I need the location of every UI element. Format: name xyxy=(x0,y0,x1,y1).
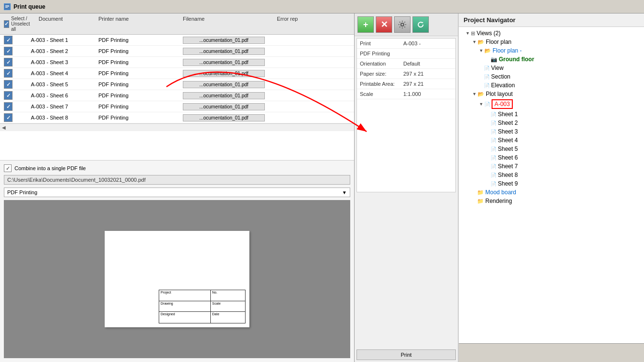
tree-label-13: Sheet 5 xyxy=(498,146,518,152)
row-checkbox-5[interactable]: ✓ xyxy=(4,91,13,100)
doc-cell-0: A-003 - Sheet 1 xyxy=(29,36,96,44)
filename-btn-5[interactable]: ...ocumentation_01.pdf xyxy=(183,92,265,99)
tree-item-3[interactable]: 📷Ground floor xyxy=(459,55,644,64)
scroll-left-arrow[interactable]: ◀ xyxy=(2,125,6,130)
row-checkbox-6[interactable]: ✓ xyxy=(4,102,13,111)
tree-label-14: Sheet 6 xyxy=(498,154,518,161)
error-cell-1 xyxy=(275,50,354,52)
scale-label: Scale xyxy=(360,91,403,97)
tree-item-5[interactable]: 📄Section xyxy=(459,72,644,81)
error-cell-6 xyxy=(275,106,354,107)
printer-header: Printer name xyxy=(96,15,181,33)
tree-item-8[interactable]: ▼📄A-003 xyxy=(459,98,644,110)
refresh-button[interactable] xyxy=(412,16,429,33)
doc-cell-5: A-003 - Sheet 6 xyxy=(29,92,96,99)
filename-btn-2[interactable]: ...ocumentation_01.pdf xyxy=(183,59,265,66)
printer-selected: PDF Printing xyxy=(7,189,37,195)
tree-item-15[interactable]: 📄Sheet 7 xyxy=(459,162,644,171)
print-btn-row: Print xyxy=(355,348,458,362)
tree-item-14[interactable]: 📄Sheet 6 xyxy=(459,153,644,162)
table-row[interactable]: ✓ A-003 - Sheet 2 PDF Printing ...ocumen… xyxy=(0,46,354,57)
table-rows: ✓ A-003 - Sheet 1 PDF Printing ...ocumen… xyxy=(0,35,354,123)
combine-checkbox[interactable]: ✓ xyxy=(4,164,12,172)
doc-cell-2: A-003 - Sheet 3 xyxy=(29,58,96,66)
error-cell-0 xyxy=(275,39,354,41)
row-checkbox-7[interactable]: ✓ xyxy=(4,113,13,122)
tree-label-15: Sheet 7 xyxy=(498,163,518,170)
nav-title: Project Navigator xyxy=(459,13,644,27)
tree-item-11[interactable]: 📄Sheet 3 xyxy=(459,127,644,136)
filename-header: Filename xyxy=(181,15,275,33)
dropdown-arrow: ▼ xyxy=(342,190,347,195)
pdf-value xyxy=(403,51,452,56)
scale-value: 1:1.000 xyxy=(403,91,452,97)
tree-item-16[interactable]: 📄Sheet 8 xyxy=(459,171,644,179)
filename-btn-0[interactable]: ...ocumentation_01.pdf xyxy=(183,37,265,44)
settings-button[interactable] xyxy=(394,16,411,33)
tree-label-18: Mood board xyxy=(485,189,516,196)
printer-dropdown[interactable]: PDF Printing ▼ xyxy=(4,188,350,197)
row-checkbox-0[interactable]: ✓ xyxy=(4,36,13,44)
row-checkbox-2[interactable]: ✓ xyxy=(4,58,13,67)
svg-rect-3 xyxy=(5,7,8,8)
print-button[interactable]: Print xyxy=(356,349,456,360)
toolbar-row: + ✕ xyxy=(355,13,458,36)
tree-item-1[interactable]: ▼📂Floor plan xyxy=(459,38,644,46)
tree-item-2[interactable]: ▼📂Floor plan - xyxy=(459,46,644,55)
tree-item-18[interactable]: 📁Mood board xyxy=(459,188,644,197)
tree-label-5: Section xyxy=(491,73,510,80)
tree-label-12: Sheet 4 xyxy=(498,137,518,144)
combine-row: ✓ Combine into a single PDF file xyxy=(4,164,350,172)
tree-item-0[interactable]: ▼⊞Views (2) xyxy=(459,29,644,38)
filename-btn-7[interactable]: ...ocumentation_01.pdf xyxy=(183,114,265,121)
table-row[interactable]: ✓ A-003 - Sheet 6 PDF Printing ...ocumen… xyxy=(0,90,354,101)
printer-cell-4: PDF Printing xyxy=(96,80,181,88)
table-row[interactable]: ✓ A-003 - Sheet 8 PDF Printing ...ocumen… xyxy=(0,112,354,123)
table-row[interactable]: ✓ A-003 - Sheet 3 PDF Printing ...ocumen… xyxy=(0,57,354,68)
filename-btn-3[interactable]: ...ocumentation_01.pdf xyxy=(183,70,265,77)
tree-item-12[interactable]: 📄Sheet 4 xyxy=(459,136,644,145)
row-checkbox-4[interactable]: ✓ xyxy=(4,80,13,89)
error-cell-3 xyxy=(275,72,354,74)
table-row[interactable]: ✓ A-003 - Sheet 5 PDF Printing ...ocumen… xyxy=(0,79,354,90)
error-header: Error rep xyxy=(275,15,354,33)
filename-btn-4[interactable]: ...ocumentation_01.pdf xyxy=(183,81,265,88)
table-row[interactable]: ✓ A-003 - Sheet 1 PDF Printing ...ocumen… xyxy=(0,35,354,46)
tree-item-4[interactable]: 📄View xyxy=(459,64,644,72)
tree-item-10[interactable]: 📄Sheet 2 xyxy=(459,119,644,127)
tree-item-17[interactable]: 📄Sheet 9 xyxy=(459,179,644,188)
select-all-checkbox[interactable]: ✓ xyxy=(4,20,9,28)
tree-label-7: Plot layout xyxy=(486,91,513,97)
tree-item-6[interactable]: 📄Elevation xyxy=(459,81,644,90)
add-button[interactable]: + xyxy=(357,16,374,33)
row-checkbox-3[interactable]: ✓ xyxy=(4,69,13,78)
tree-label-19: Rendering xyxy=(485,198,512,204)
print-label: Print xyxy=(360,40,403,46)
table-row[interactable]: ✓ A-003 - Sheet 4 PDF Printing ...ocumen… xyxy=(0,68,354,79)
pdf-label: PDF Printing xyxy=(360,51,403,56)
paper-size-label: Paper size: xyxy=(360,71,403,77)
select-all-label: Select / Unselect all xyxy=(11,16,30,32)
filename-btn-1[interactable]: ...ocumentation_01.pdf xyxy=(183,48,265,55)
error-cell-5 xyxy=(275,94,354,96)
table-row[interactable]: ✓ A-003 - Sheet 7 PDF Printing ...ocumen… xyxy=(0,101,354,112)
tree-item-13[interactable]: 📄Sheet 5 xyxy=(459,145,644,153)
tree-label-16: Sheet 8 xyxy=(498,172,518,178)
printer-cell-0: PDF Printing xyxy=(96,36,181,44)
tree-label-9: Sheet 1 xyxy=(498,111,518,118)
tree-label-17: Sheet 9 xyxy=(498,180,518,187)
printable-area-label: Printable Area: xyxy=(360,81,403,87)
filepath-bar: C:\Users\Erika\Documents\Document_100320… xyxy=(4,175,350,185)
tree-label-3: Ground floor xyxy=(499,56,534,63)
printer-cell-3: PDF Printing xyxy=(96,69,181,77)
tree-label-0: Views (2) xyxy=(477,30,501,37)
filename-btn-6[interactable]: ...ocumentation_01.pdf xyxy=(183,103,265,110)
tree-item-7[interactable]: ▼📂Plot layout xyxy=(459,90,644,98)
row-checkbox-1[interactable]: ✓ xyxy=(4,47,13,55)
print-value: A-003 - xyxy=(403,40,452,46)
remove-button[interactable]: ✕ xyxy=(376,16,392,33)
table-header: ✓ Select / Unselect all Document Printer… xyxy=(0,13,354,35)
tree-item-19[interactable]: 📁Rendering xyxy=(459,197,644,205)
tree-item-9[interactable]: 📄Sheet 1 xyxy=(459,110,644,119)
tree-label-6: Elevation xyxy=(491,82,515,89)
